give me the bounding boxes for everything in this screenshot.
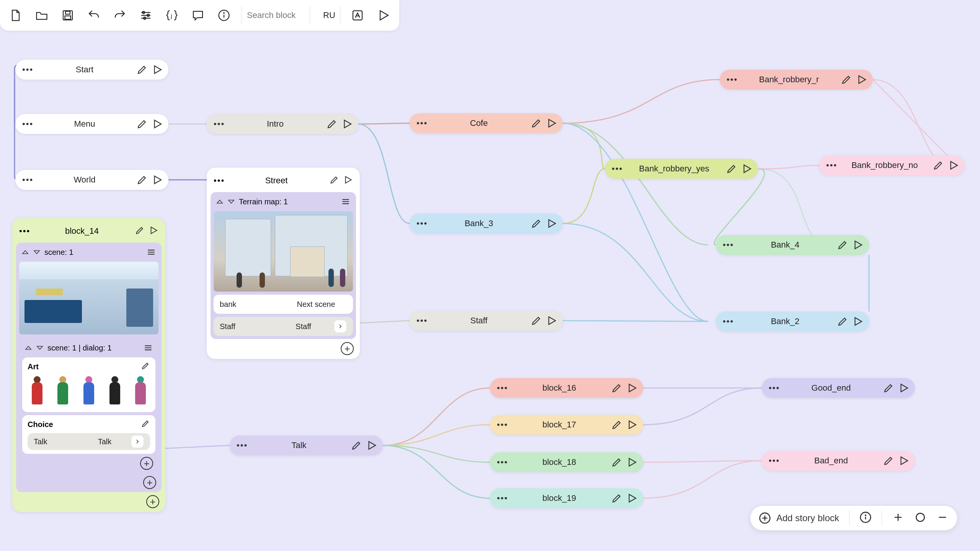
add-story-block-button[interactable]: Add story block [759, 512, 839, 524]
menu-icon[interactable] [143, 343, 153, 353]
node-menu[interactable]: ••• Menu [15, 114, 168, 134]
play-icon[interactable] [626, 382, 638, 394]
play-icon[interactable] [948, 160, 959, 171]
add-dialog-item-button[interactable] [140, 457, 153, 470]
new-file-icon[interactable] [7, 7, 24, 24]
node-bank-robbery-r[interactable]: ••• Bank_robbery_r [720, 70, 873, 90]
drag-handle-icon[interactable]: ••• [22, 65, 37, 75]
save-icon[interactable] [59, 7, 77, 24]
play-icon[interactable] [546, 218, 557, 229]
drag-handle-icon[interactable]: ••• [19, 226, 33, 236]
drag-handle-icon[interactable]: ••• [416, 218, 431, 228]
search-input[interactable] [241, 6, 310, 24]
card-street[interactable]: ••• Street Terrain map: 1 bank Next scen… [207, 168, 360, 359]
drag-handle-icon[interactable]: ••• [497, 383, 511, 393]
play-icon[interactable] [626, 492, 638, 504]
drag-handle-icon[interactable]: ••• [723, 316, 737, 326]
drag-handle-icon[interactable]: ••• [769, 383, 783, 393]
drag-handle-icon[interactable]: ••• [497, 420, 511, 430]
node-talk[interactable]: ••• Talk [230, 435, 383, 455]
font-style-icon[interactable] [349, 7, 366, 24]
choice-row-talk[interactable]: Talk Talk [28, 433, 150, 450]
add-scene-item-button[interactable] [143, 476, 156, 489]
edit-icon[interactable] [611, 492, 622, 504]
drag-handle-icon[interactable]: ••• [497, 493, 511, 503]
drag-handle-icon[interactable]: ••• [612, 164, 626, 174]
node-block18[interactable]: ••• block_18 [490, 452, 643, 472]
drag-handle-icon[interactable]: ••• [22, 175, 37, 185]
edit-icon[interactable] [531, 117, 542, 129]
edit-icon[interactable] [883, 382, 894, 394]
node-block19[interactable]: ••• block_19 [490, 488, 643, 508]
drag-handle-icon[interactable]: ••• [416, 118, 431, 128]
drag-handle-icon[interactable]: ••• [769, 456, 783, 466]
drag-handle-icon[interactable]: ••• [237, 440, 251, 450]
play-icon[interactable] [152, 174, 163, 186]
edit-icon[interactable] [837, 239, 848, 251]
play-icon[interactable] [149, 225, 158, 237]
play-icon[interactable] [546, 315, 557, 326]
card-block14[interactable]: ••• block_14 scene: 1 scene: 1 | dialog:… [12, 218, 165, 512]
chat-icon[interactable] [189, 7, 207, 24]
edit-icon[interactable] [531, 218, 542, 229]
collapse-down-icon[interactable] [36, 344, 44, 352]
node-bank-robbery-no[interactable]: ••• Bank_robbery_no [819, 155, 965, 175]
zoom-in-icon[interactable] [892, 511, 904, 525]
drag-handle-icon[interactable]: ••• [723, 240, 737, 250]
map-row-staff[interactable]: Staff Staff [214, 317, 353, 336]
edit-icon[interactable] [611, 456, 622, 468]
play-icon[interactable] [852, 239, 864, 251]
edit-icon[interactable] [611, 382, 622, 394]
edit-icon[interactable] [141, 361, 150, 372]
info-icon[interactable] [859, 511, 872, 525]
undo-icon[interactable] [85, 7, 103, 24]
play-icon[interactable] [856, 74, 867, 85]
edit-icon[interactable] [136, 118, 148, 130]
map-row-bank[interactable]: bank Next scene [214, 295, 353, 314]
drag-handle-icon[interactable]: ••• [22, 119, 37, 129]
drag-handle-icon[interactable]: ••• [727, 75, 741, 85]
settings-sliders-icon[interactable] [137, 7, 155, 24]
play-icon[interactable] [152, 64, 163, 75]
play-icon[interactable] [366, 440, 377, 451]
json-braces-icon[interactable]: j [163, 7, 181, 24]
node-world[interactable]: ••• World [15, 170, 168, 190]
play-icon[interactable] [626, 419, 638, 430]
menu-icon[interactable] [341, 197, 351, 207]
play-icon[interactable] [852, 316, 864, 327]
play-icon[interactable] [341, 118, 353, 130]
info-icon[interactable] [215, 7, 233, 24]
play-icon[interactable] [375, 7, 392, 24]
drag-handle-icon[interactable]: ••• [416, 316, 431, 326]
collapse-down-icon[interactable] [227, 198, 235, 205]
zoom-reset-icon[interactable] [914, 511, 926, 525]
play-icon[interactable] [626, 456, 638, 468]
add-item-button[interactable] [341, 342, 354, 355]
play-icon[interactable] [152, 118, 163, 130]
drag-handle-icon[interactable]: ••• [214, 119, 228, 129]
play-icon[interactable] [898, 382, 910, 394]
node-bank3[interactable]: ••• Bank_3 [410, 214, 563, 233]
play-icon[interactable] [343, 175, 353, 186]
edit-icon[interactable] [611, 419, 622, 430]
play-icon[interactable] [741, 163, 753, 174]
node-staff[interactable]: ••• Staff [410, 311, 563, 331]
add-block-item-button[interactable] [146, 495, 159, 508]
language-selector[interactable]: RU [318, 6, 340, 24]
edit-icon[interactable] [837, 316, 848, 327]
node-cofe[interactable]: ••• Cofe [410, 113, 563, 133]
edit-icon[interactable] [351, 440, 362, 451]
drag-handle-icon[interactable]: ••• [214, 176, 227, 186]
node-bad-end[interactable]: ••• Bad_end [762, 451, 915, 471]
drag-handle-icon[interactable]: ••• [826, 160, 841, 170]
node-bank2[interactable]: ••• Bank_2 [716, 311, 869, 331]
node-block17[interactable]: ••• block_17 [490, 415, 643, 435]
chevron-right-icon[interactable] [334, 320, 347, 333]
node-start[interactable]: ••• Start [15, 60, 168, 80]
node-bank4[interactable]: ••• Bank_4 [716, 235, 869, 255]
node-block16[interactable]: ••• block_16 [490, 378, 643, 398]
collapse-up-icon[interactable] [216, 198, 224, 205]
play-icon[interactable] [546, 117, 557, 129]
node-good-end[interactable]: ••• Good_end [762, 378, 915, 398]
edit-icon[interactable] [841, 74, 852, 85]
